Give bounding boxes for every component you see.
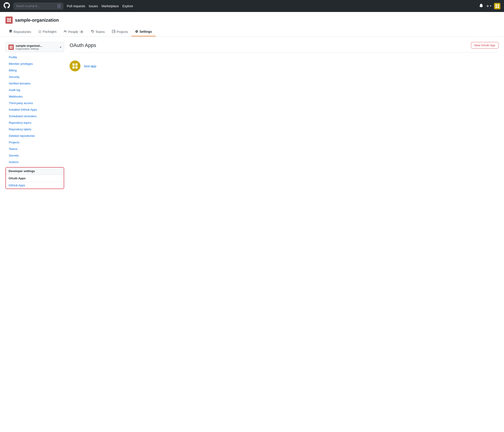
sidebar-profile[interactable]: Profile <box>5 54 64 61</box>
issues-link[interactable]: Issues <box>89 4 98 8</box>
app-list-item: test-app <box>70 58 499 74</box>
sidebar-billing[interactable]: Billing <box>5 67 64 74</box>
svg-rect-9 <box>11 46 12 47</box>
new-item-button[interactable]: ▾ <box>486 4 491 8</box>
sidebar-installed-github-apps[interactable]: Installed GitHub Apps <box>5 106 64 113</box>
teams-icon <box>91 30 94 34</box>
svg-rect-8 <box>10 46 11 47</box>
people-count-badge: 4 <box>80 30 84 33</box>
search-box[interactable]: Search or jump to... / <box>14 3 63 9</box>
main-layout: sample-organizat... Organization setting… <box>0 36 504 194</box>
svg-rect-10 <box>10 47 11 48</box>
developer-settings-section: Developer settings OAuth Apps GitHub App… <box>5 167 64 189</box>
sidebar-teams[interactable]: Teams <box>5 146 64 152</box>
sidebar-security[interactable]: Security <box>5 74 64 80</box>
sidebar-repository-labels[interactable]: Repository labels <box>5 126 64 132</box>
tab-teams[interactable]: Teams <box>87 27 108 36</box>
sidebar-org-button[interactable]: sample-organizat... Organization setting… <box>5 42 64 52</box>
main-content: OAuth Apps New OAuth App test-app <box>70 42 499 74</box>
explore-link[interactable]: Explore <box>122 4 133 8</box>
sidebar-projects[interactable]: Projects <box>5 139 64 146</box>
tab-settings-label: Settings <box>139 30 152 33</box>
tab-projects[interactable]: Projects <box>108 27 132 36</box>
marketplace-link[interactable]: Marketplace <box>101 4 119 8</box>
sidebar-org-name: sample-organizat... <box>16 44 42 47</box>
bell-icon[interactable] <box>479 3 483 9</box>
topnav-links: Pull requests Issues Marketplace Explore <box>67 4 133 8</box>
sidebar-org-left: sample-organizat... Organization setting… <box>8 44 42 50</box>
svg-rect-12 <box>72 63 75 66</box>
sidebar-webhooks[interactable]: Webhooks <box>5 93 64 100</box>
people-icon <box>64 30 67 34</box>
packages-icon: ⊡ <box>38 30 41 34</box>
sidebar-org-sublabel: Organization settings <box>16 47 42 50</box>
page-title: OAuth Apps <box>70 43 96 48</box>
github-logo[interactable] <box>4 2 10 10</box>
projects-icon <box>112 30 115 34</box>
tab-settings[interactable]: ⚙ Settings <box>132 27 155 36</box>
sidebar-scheduled-reminders[interactable]: Scheduled reminders <box>5 113 64 119</box>
sidebar-org-text-group: sample-organizat... Organization setting… <box>16 44 42 50</box>
org-icon <box>5 17 13 24</box>
tab-packages[interactable]: ⊡ Packages <box>35 27 60 36</box>
user-avatar[interactable] <box>494 3 500 9</box>
topnav-right: ▾ <box>479 3 500 9</box>
sidebar-third-party-access[interactable]: Third-party access <box>5 100 64 106</box>
slash-key: / <box>57 4 61 8</box>
content-header: OAuth Apps New OAuth App <box>70 42 499 53</box>
sidebar-secrets[interactable]: Secrets <box>5 152 64 159</box>
svg-rect-4 <box>7 18 9 20</box>
top-navigation: Search or jump to... / Pull requests Iss… <box>0 0 504 12</box>
tab-people[interactable]: People 4 <box>60 27 87 36</box>
svg-rect-11 <box>11 47 12 48</box>
svg-rect-14 <box>72 66 75 69</box>
svg-rect-2 <box>495 6 497 8</box>
repositories-icon <box>9 30 12 34</box>
sidebar-verified-domains[interactable]: Verified domains <box>5 80 64 87</box>
svg-rect-3 <box>497 6 499 8</box>
sidebar-audit-log[interactable]: Audit log <box>5 87 64 93</box>
tab-packages-label: Packages <box>43 30 56 33</box>
sidebar: sample-organizat... Organization setting… <box>5 42 64 189</box>
search-placeholder: Search or jump to... <box>16 5 40 8</box>
svg-rect-1 <box>497 4 499 6</box>
settings-icon: ⚙ <box>135 30 138 34</box>
tab-projects-label: Projects <box>117 30 128 34</box>
svg-rect-13 <box>75 63 78 66</box>
sidebar-github-apps[interactable]: GitHub Apps <box>6 182 64 189</box>
sidebar-repository-topics[interactable]: Repository topics <box>5 119 64 126</box>
new-oauth-app-button[interactable]: New OAuth App <box>471 42 499 49</box>
org-tabs: Repositories ⊡ Packages People 4 Teams <box>5 27 499 36</box>
org-header: sample-organization Repositories ⊡ Packa… <box>0 12 504 36</box>
tab-repositories[interactable]: Repositories <box>5 27 35 36</box>
org-title-row: sample-organization <box>5 17 499 24</box>
org-name: sample-organization <box>15 18 59 23</box>
pull-requests-link[interactable]: Pull requests <box>67 4 85 8</box>
tab-teams-label: Teams <box>96 30 105 34</box>
svg-rect-15 <box>75 66 78 69</box>
sidebar-org-icon <box>8 44 14 50</box>
sidebar-oauth-apps[interactable]: OAuth Apps <box>6 175 64 182</box>
svg-rect-7 <box>9 20 11 22</box>
sidebar-org-chevron: ▾ <box>60 46 61 49</box>
sidebar-deleted-repositories[interactable]: Deleted repositories <box>5 132 64 139</box>
developer-settings-header[interactable]: Developer settings <box>6 168 64 175</box>
svg-rect-5 <box>9 18 11 20</box>
sidebar-actions[interactable]: Actions <box>5 159 64 165</box>
svg-rect-0 <box>495 4 497 6</box>
svg-rect-6 <box>7 20 9 22</box>
app-avatar <box>70 61 81 71</box>
tab-people-label: People <box>68 30 78 34</box>
plus-chevron: ▾ <box>490 5 491 8</box>
tab-repositories-label: Repositories <box>14 30 31 34</box>
sidebar-member-privileges[interactable]: Member privileges <box>5 61 64 67</box>
app-name-link[interactable]: test-app <box>84 64 96 68</box>
